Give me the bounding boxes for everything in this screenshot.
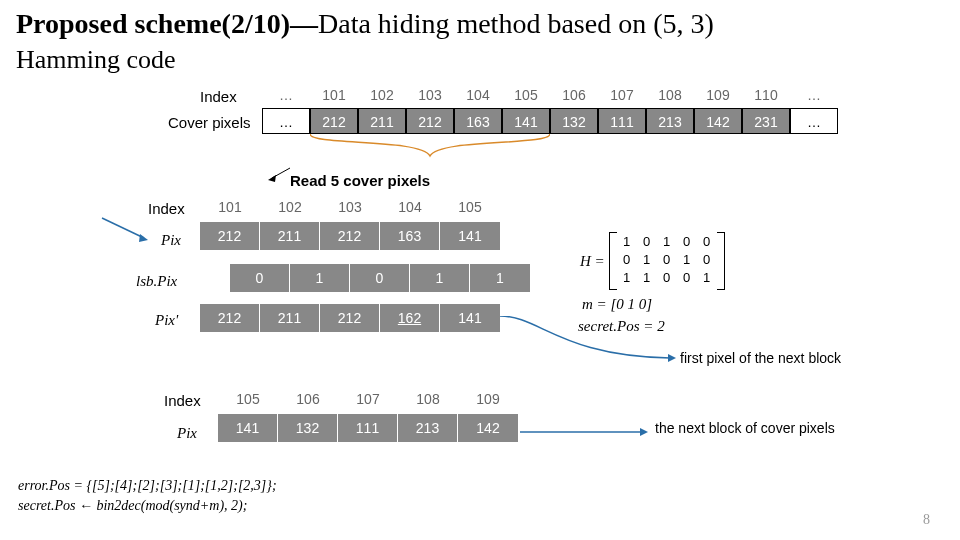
b1-pix: 212	[320, 222, 380, 250]
page-subtitle: Hamming code	[16, 45, 176, 75]
b2-idx: 105	[218, 388, 278, 410]
b1-idx: 105	[440, 196, 500, 218]
label-m: m = [0 1 0]	[582, 296, 652, 313]
formula-secretpos: secret.Pos ← bin2dec(mod(synd+m), 2);	[18, 498, 247, 514]
label-index2: Index	[148, 200, 185, 217]
b2-pix: 213	[398, 414, 458, 442]
top-idx: 110	[742, 84, 790, 106]
b1-idx: 104	[380, 196, 440, 218]
b1-pixp: 212	[320, 304, 380, 332]
b1-pixp: 211	[260, 304, 320, 332]
label-pix2: Pix	[177, 425, 197, 442]
b1-pix: 211	[260, 222, 320, 250]
b1-lsb: 1	[410, 264, 470, 292]
block2-index-row: 105 106 107 108 109	[218, 388, 518, 410]
b1-pix: 141	[440, 222, 500, 250]
svg-marker-4	[668, 354, 676, 362]
top-val: 212	[406, 108, 454, 134]
m: 0	[617, 252, 637, 270]
top-idx: 107	[598, 84, 646, 106]
b1-lsb: 0	[350, 264, 410, 292]
label-index-top: Index	[200, 88, 237, 105]
top-val: 231	[742, 108, 790, 134]
top-idx: 104	[454, 84, 502, 106]
b2-pix: 111	[338, 414, 398, 442]
b2-idx: 106	[278, 388, 338, 410]
top-val: 212	[310, 108, 358, 134]
block1-pixp-row: 212 211 212 162 141	[200, 304, 500, 332]
page-title: Proposed scheme(2/10)—Data hiding method…	[16, 8, 714, 40]
matrix-grid: 10100 01010 11001	[611, 234, 723, 288]
top-idx: …	[790, 84, 838, 106]
label-H: H =	[580, 253, 605, 270]
svg-line-2	[102, 218, 144, 238]
m: 1	[697, 270, 717, 288]
label-index3: Index	[164, 392, 201, 409]
title-rest: Data hiding method based on (5, 3)	[318, 8, 714, 39]
b1-lsb: 0	[230, 264, 290, 292]
block2-pix-row: 141 132 111 213 142	[218, 414, 518, 442]
top-index-row: … 101 102 103 104 105 106 107 108 109 11…	[262, 84, 838, 106]
top-idx: …	[262, 84, 310, 106]
m: 0	[697, 252, 717, 270]
label-first-pixel: first pixel of the next block	[680, 350, 841, 366]
m: 1	[677, 252, 697, 270]
b1-lsb: 1	[470, 264, 530, 292]
top-val: 111	[598, 108, 646, 134]
b2-idx: 109	[458, 388, 518, 410]
top-idx: 109	[694, 84, 742, 106]
m: 0	[677, 270, 697, 288]
arrow-icon	[520, 424, 650, 442]
b1-idx: 103	[320, 196, 380, 218]
formula-text: secret.Pos ← bin2dec(mod(synd+m), 2);	[18, 498, 247, 513]
label-next-block: the next block of cover pixels	[655, 420, 835, 436]
top-idx: 102	[358, 84, 406, 106]
title-bold: Proposed scheme(2/10)—	[16, 8, 318, 39]
top-idx: 101	[310, 84, 358, 106]
top-val: …	[790, 108, 838, 134]
label-secretpos: secret.Pos = 2	[578, 318, 665, 335]
svg-marker-3	[139, 234, 148, 242]
top-val: 211	[358, 108, 406, 134]
arrow-icon	[268, 166, 292, 182]
b1-pix: 163	[380, 222, 440, 250]
brace-icon	[310, 134, 550, 160]
b1-lsb: 1	[290, 264, 350, 292]
m: 1	[637, 270, 657, 288]
label-cover-pixels: Cover pixels	[168, 114, 251, 131]
m: 1	[617, 270, 637, 288]
svg-marker-6	[640, 428, 648, 436]
b2-idx: 107	[338, 388, 398, 410]
b2-pix: 142	[458, 414, 518, 442]
m: 1	[637, 252, 657, 270]
m: 0	[637, 234, 657, 252]
block1-lsb-row: 0 1 0 1 1	[230, 264, 530, 292]
b2-pix: 141	[218, 414, 278, 442]
b1-pix: 212	[200, 222, 260, 250]
page-number: 8	[923, 512, 930, 528]
m: 1	[657, 234, 677, 252]
label-pix: Pix	[161, 232, 181, 249]
top-val: 132	[550, 108, 598, 134]
arrow-icon	[100, 216, 150, 246]
label-pixp: Pix'	[155, 312, 178, 329]
block1-pix-row: 212 211 212 163 141	[200, 222, 500, 250]
b1-pixp: 162	[380, 304, 440, 332]
m: 0	[657, 270, 677, 288]
block1-index-row: 101 102 103 104 105	[200, 196, 500, 218]
top-val: 141	[502, 108, 550, 134]
top-val: 213	[646, 108, 694, 134]
formula-errorpos: error.Pos = {[5];[4];[2];[3];[1];[1,2];[…	[18, 478, 277, 494]
matrix-H: H = 10100 01010 11001	[580, 234, 723, 288]
m: 0	[657, 252, 677, 270]
b1-idx: 102	[260, 196, 320, 218]
top-idx: 106	[550, 84, 598, 106]
m: 0	[697, 234, 717, 252]
b1-pixp: 141	[440, 304, 500, 332]
top-idx: 103	[406, 84, 454, 106]
top-val: 142	[694, 108, 742, 134]
top-val: …	[262, 108, 310, 134]
label-read5: Read 5 cover pixels	[290, 172, 430, 189]
m: 0	[677, 234, 697, 252]
m: 1	[617, 234, 637, 252]
